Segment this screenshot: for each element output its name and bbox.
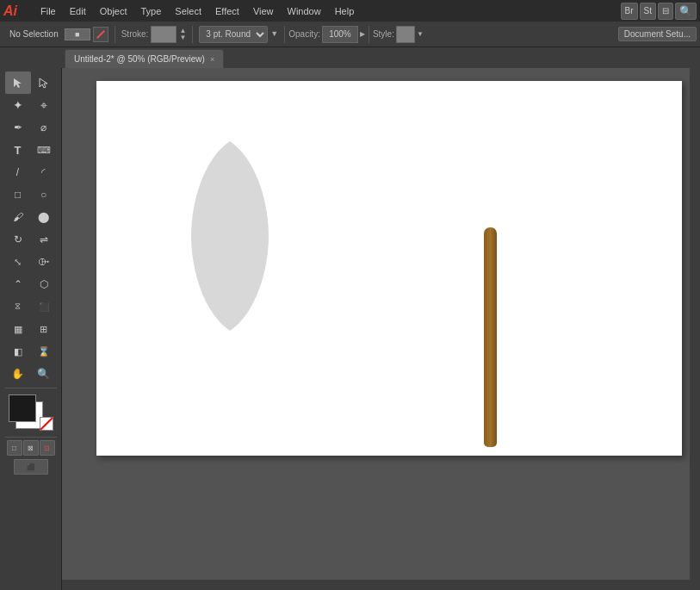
tool-row-scale: ⤡ ⌱ xyxy=(0,251,62,273)
tool-row-warp: ⌃ ⬡ xyxy=(0,273,62,295)
tool-row-gradient: ◧ ⌛ xyxy=(0,340,62,363)
warp-tool-btn[interactable]: ⌃ xyxy=(5,273,31,295)
stock-button[interactable]: St xyxy=(640,3,656,20)
hand-tool-btn[interactable]: ✋ xyxy=(5,363,31,385)
tab-close-button[interactable]: × xyxy=(210,55,214,64)
divider-1 xyxy=(115,26,115,43)
type-tool-btn[interactable]: T xyxy=(5,139,31,161)
stroke-section: Stroke: ▲ ▼ xyxy=(119,26,189,43)
shear-tool-btn[interactable]: ⌱ xyxy=(31,251,57,273)
fill-mode-btn[interactable]: ⊡ xyxy=(40,440,55,456)
foreground-color-swatch[interactable] xyxy=(9,394,36,422)
tool-row-chart: ▦ ⊞ xyxy=(0,318,62,340)
change-screen-btn: ⬛ xyxy=(14,459,48,475)
eyedropper-tool-btn[interactable]: ⌛ xyxy=(31,340,57,363)
view-mode-row: □ ⊠ ⊡ xyxy=(7,440,55,456)
menu-object[interactable]: Object xyxy=(94,4,133,18)
reflect-tool-btn[interactable]: ⇌ xyxy=(31,228,57,251)
document-tab[interactable]: Untitled-2* @ 50% (RGB/Preview) × xyxy=(65,49,224,68)
scale-tool-btn[interactable]: ⤡ xyxy=(5,251,31,273)
menu-edit[interactable]: Edit xyxy=(64,4,92,18)
style-arrow[interactable]: ▼ xyxy=(417,30,424,38)
top-toolbar: No Selection ■ Stroke: ▲ ▼ 3 pt. Round 1… xyxy=(0,22,700,47)
tool-row-selection xyxy=(0,71,62,94)
brush-options-arrow[interactable]: ▼ xyxy=(270,30,278,38)
main-area: ✦ ⌖ ✒ ⌀ T ⌨ / ◜ □ ○ 🖌 ⬤ ↻ ⇌ xyxy=(0,68,700,590)
zoom-tool-btn[interactable]: 🔍 xyxy=(31,363,57,385)
search-button[interactable]: 🔍 xyxy=(675,3,697,20)
pen-tool-btn[interactable]: ✒ xyxy=(5,116,31,139)
blob-brush-tool-btn[interactable]: ⬤ xyxy=(31,206,57,228)
stroke-down-arrow[interactable]: ▼ xyxy=(179,34,186,41)
style-preview[interactable] xyxy=(396,26,415,43)
menu-view[interactable]: View xyxy=(247,4,280,18)
change-screen-mode[interactable]: ⬛ xyxy=(14,459,48,475)
selection-tool-btn[interactable] xyxy=(5,71,31,94)
selection-label: No Selection xyxy=(6,29,62,39)
stroke-label: Stroke: xyxy=(121,29,149,39)
tool-row-line: / ◜ xyxy=(0,161,62,183)
tab-bar: Untitled-2* @ 50% (RGB/Preview) × xyxy=(0,47,700,68)
bridge-button[interactable]: Br xyxy=(621,3,638,20)
tool-row-type: T ⌨ xyxy=(0,139,62,161)
canvas-area[interactable] xyxy=(62,68,700,590)
perspective-btn[interactable]: ⬛ xyxy=(31,295,57,318)
menu-select[interactable]: Select xyxy=(169,4,208,18)
menu-file[interactable]: File xyxy=(34,4,62,18)
lasso-tool-btn[interactable]: ⌖ xyxy=(31,94,57,116)
tool-row-select2: ✦ ⌖ xyxy=(0,94,62,116)
artboard xyxy=(96,81,682,456)
opacity-section: Opacity: ▶ xyxy=(288,26,365,43)
menu-help[interactable]: Help xyxy=(329,4,361,18)
stroke-icon[interactable] xyxy=(93,27,108,42)
chart-tool-btn[interactable]: ▦ xyxy=(5,318,31,340)
free-transform-btn[interactable]: ⬡ xyxy=(31,273,57,295)
screen-mode-btn[interactable]: □ xyxy=(7,440,22,456)
leaf-shape xyxy=(174,133,286,339)
style-label: Style: xyxy=(373,29,394,39)
drawing-mode-btn[interactable]: ⊠ xyxy=(23,440,39,456)
rectangle-tool-btn[interactable]: □ xyxy=(5,183,31,206)
direct-selection-tool-btn[interactable] xyxy=(31,71,57,94)
brush-section: 3 pt. Round 1 pt. Round 5 pt. Round ▼ xyxy=(196,26,281,43)
vertical-scrollbar[interactable] xyxy=(690,68,700,590)
menu-window[interactable]: Window xyxy=(282,4,327,18)
divider-2 xyxy=(192,26,193,43)
opacity-input[interactable] xyxy=(322,26,358,43)
gradient-tool-btn[interactable]: ◧ xyxy=(5,340,31,363)
tool-row-pen: ✒ ⌀ xyxy=(0,116,62,139)
workspace-button[interactable]: ⊟ xyxy=(658,3,673,20)
paintbrush-tool-btn[interactable]: 🖌 xyxy=(5,206,31,228)
stroke-color-preview[interactable] xyxy=(151,26,177,43)
fill-color-box[interactable]: ■ xyxy=(75,30,79,39)
stick-shape xyxy=(484,227,497,447)
arc-tool-btn[interactable]: ◜ xyxy=(31,161,57,183)
style-section: Style: ▼ xyxy=(373,26,424,43)
tool-separator-1 xyxy=(5,388,57,388)
magic-wand-tool-btn[interactable]: ✦ xyxy=(5,94,31,116)
touch-type-tool-btn[interactable]: ⌨ xyxy=(31,139,57,161)
tool-row-puppet: ⧖ ⬛ xyxy=(0,295,62,318)
menu-type[interactable]: Type xyxy=(135,4,168,18)
tool-row-brush: 🖌 ⬤ xyxy=(0,206,62,228)
none-swatch[interactable] xyxy=(40,417,53,431)
brush-size-select[interactable]: 3 pt. Round 1 pt. Round 5 pt. Round xyxy=(199,26,268,43)
doc-setup-button[interactable]: Document Setu... xyxy=(618,27,697,41)
menu-bar: Ai File Edit Object Type Select Effect V… xyxy=(0,0,700,22)
ellipse-tool-btn[interactable]: ○ xyxy=(31,183,57,206)
tab-title: Untitled-2* @ 50% (RGB/Preview) xyxy=(74,54,205,64)
divider-3 xyxy=(284,26,285,43)
tool-row-rotate: ↻ ⇌ xyxy=(0,228,62,251)
opacity-arrow[interactable]: ▶ xyxy=(360,30,365,38)
horizontal-scrollbar[interactable] xyxy=(62,580,700,590)
tool-separator-2 xyxy=(5,437,57,438)
curvature-tool-btn[interactable]: ⌀ xyxy=(31,116,57,139)
divider-4 xyxy=(369,26,369,43)
mesh-tool-btn[interactable]: ⊞ xyxy=(31,318,57,340)
menu-effect[interactable]: Effect xyxy=(209,4,245,18)
rotate-tool-btn[interactable]: ↻ xyxy=(5,228,31,251)
tool-row-nav: ✋ 🔍 xyxy=(0,363,62,385)
app-logo: Ai xyxy=(3,3,26,19)
line-tool-btn[interactable]: / xyxy=(5,161,31,183)
puppet-warp-btn[interactable]: ⧖ xyxy=(5,295,31,318)
